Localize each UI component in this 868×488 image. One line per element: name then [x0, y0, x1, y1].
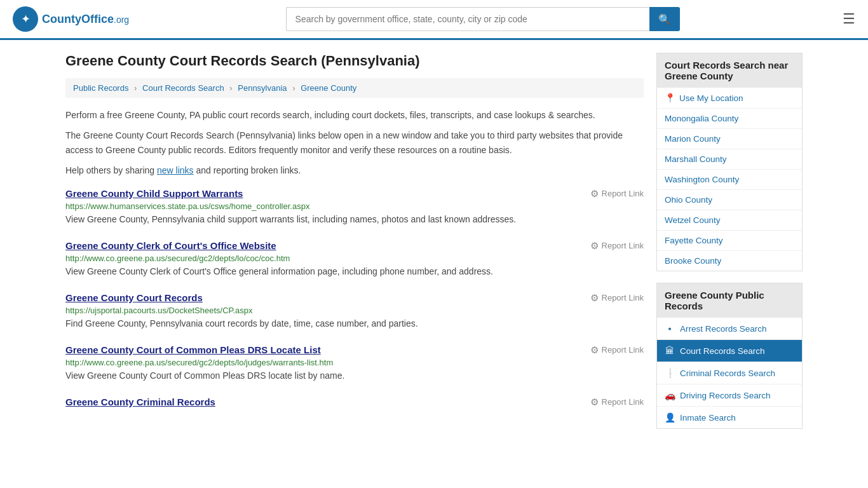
list-item: Monongalia County [657, 109, 802, 129]
list-item-active: 🏛 Court Records Search [657, 340, 802, 362]
driving-records-link[interactable]: 🚗 Driving Records Search [657, 384, 802, 406]
driving-icon: 🚗 [665, 390, 675, 400]
list-item: Marion County [657, 129, 802, 149]
report-link[interactable]: ⚙ Report Link [590, 344, 644, 356]
nearby-section: Court Records Search near Greene County … [656, 53, 803, 271]
public-records-section: Greene County Public Records ▪ Arrest Re… [656, 283, 803, 429]
list-item: Brooke County [657, 251, 802, 271]
report-link[interactable]: ⚙ Report Link [590, 240, 644, 252]
breadcrumb-public-records[interactable]: Public Records [73, 83, 128, 93]
sidebar: Court Records Search near Greene County … [656, 53, 803, 440]
county-link[interactable]: Fayette County [657, 231, 802, 250]
court-records-link[interactable]: 🏛 Court Records Search [657, 340, 802, 362]
result-description: View Greene County Court of Common Pleas… [65, 369, 644, 383]
public-records-list: ▪ Arrest Records Search 🏛 Court Records … [657, 318, 802, 428]
result-description: Find Greene County, Pennsylvania court r… [65, 317, 644, 330]
county-link[interactable]: Wetzel County [657, 210, 802, 230]
public-records-title: Greene County Public Records [657, 283, 802, 318]
arrest-records-link[interactable]: ▪ Arrest Records Search [657, 318, 802, 339]
report-icon: ⚙ [590, 344, 599, 356]
list-item: Wetzel County [657, 210, 802, 231]
result-title-link[interactable]: Greene County Clerk of Court's Office We… [65, 240, 276, 251]
result-title-link[interactable]: Greene County Court of Common Pleas DRS … [65, 344, 321, 355]
criminal-records-link[interactable]: ❕ Criminal Records Search [657, 362, 802, 384]
search-input[interactable] [286, 7, 649, 31]
county-link[interactable]: Ohio County [657, 190, 802, 210]
report-link[interactable]: ⚙ Report Link [590, 188, 644, 200]
logo-text: CountyOffice.org [42, 13, 129, 26]
breadcrumb-pennsylvania[interactable]: Pennsylvania [238, 83, 287, 93]
breadcrumb-greene-county[interactable]: Greene County [301, 83, 356, 93]
list-item: ▪ Arrest Records Search [657, 318, 802, 340]
nearby-title: Court Records Search near Greene County [657, 53, 802, 88]
logo-org: .org [114, 15, 129, 25]
main-container: Greene County Court Records Search (Penn… [53, 40, 815, 453]
content-area: Greene County Court Records Search (Penn… [65, 53, 644, 440]
search-bar-area: 🔍 [286, 7, 680, 31]
result-description: View Greene County Clerk of Court's Offi… [65, 265, 644, 278]
breadcrumb-court-records[interactable]: Court Records Search [142, 83, 224, 93]
report-icon: ⚙ [590, 396, 599, 408]
result-item: Greene County Child Support Warrants ⚙ R… [65, 188, 644, 226]
result-item: Greene County Court Records ⚙ Report Lin… [65, 292, 644, 330]
result-item: Greene County Clerk of Court's Office We… [65, 240, 644, 278]
result-item: Greene County Criminal Records ⚙ Report … [65, 396, 644, 408]
result-url: http://www.co.greene.pa.us/secured/gc2/d… [65, 254, 644, 263]
list-item: ❕ Criminal Records Search [657, 362, 802, 384]
list-item: 👤 Inmate Search [657, 407, 802, 428]
new-links-link[interactable]: new links [157, 165, 194, 175]
results-list: Greene County Child Support Warrants ⚙ R… [65, 188, 644, 408]
result-title-link[interactable]: Greene County Court Records [65, 292, 203, 303]
criminal-icon: ❕ [665, 368, 675, 378]
result-item: Greene County Court of Common Pleas DRS … [65, 344, 644, 383]
search-button[interactable]: 🔍 [649, 7, 680, 31]
location-icon: 📍 [665, 93, 675, 103]
site-header: ✦ CountyOffice.org 🔍 ☰ [0, 0, 868, 40]
inmate-search-link[interactable]: 👤 Inmate Search [657, 407, 802, 428]
inmate-icon: 👤 [665, 412, 675, 423]
description-1: Perform a free Greene County, PA public … [65, 108, 644, 122]
use-location-row: 📍 Use My Location [657, 88, 802, 109]
description-3: Help others by sharing new links and rep… [65, 163, 644, 177]
report-icon: ⚙ [590, 292, 599, 304]
hamburger-menu-icon[interactable]: ☰ [843, 11, 855, 27]
result-url: https://www.humanservices.state.pa.us/cs… [65, 201, 644, 211]
result-url: https://ujsportal.pacourts.us/DocketShee… [65, 306, 644, 315]
nearby-counties-list: Monongalia County Marion County Marshall… [657, 109, 802, 271]
list-item: Marshall County [657, 149, 802, 170]
county-link[interactable]: Washington County [657, 170, 802, 189]
result-url: http://www.co.greene.pa.us/secured/gc2/d… [65, 358, 644, 367]
county-link[interactable]: Brooke County [657, 251, 802, 271]
page-title: Greene County Court Records Search (Penn… [65, 53, 644, 69]
use-location-link[interactable]: Use My Location [679, 93, 743, 103]
county-link[interactable]: Marion County [657, 129, 802, 149]
description-2: The Greene County Court Records Search (… [65, 128, 644, 157]
arrest-icon: ▪ [665, 323, 675, 334]
list-item: 🚗 Driving Records Search [657, 384, 802, 407]
logo-icon: ✦ [13, 6, 38, 32]
list-item: Washington County [657, 170, 802, 190]
court-icon: 🏛 [665, 346, 675, 356]
report-icon: ⚙ [590, 240, 599, 252]
list-item: Fayette County [657, 231, 802, 251]
result-title-link[interactable]: Greene County Child Support Warrants [65, 188, 243, 199]
county-link[interactable]: Monongalia County [657, 109, 802, 128]
result-title-link[interactable]: Greene County Criminal Records [65, 396, 215, 407]
logo-name: CountyOffice [42, 13, 114, 25]
breadcrumb: Public Records › Court Records Search › … [65, 78, 644, 98]
logo-area: ✦ CountyOffice.org [13, 6, 129, 32]
county-link[interactable]: Marshall County [657, 149, 802, 169]
result-description: View Greene County, Pennsylvania child s… [65, 213, 644, 226]
list-item: Ohio County [657, 190, 802, 210]
report-link[interactable]: ⚙ Report Link [590, 292, 644, 304]
report-link[interactable]: ⚙ Report Link [590, 396, 644, 408]
report-icon: ⚙ [590, 188, 599, 200]
